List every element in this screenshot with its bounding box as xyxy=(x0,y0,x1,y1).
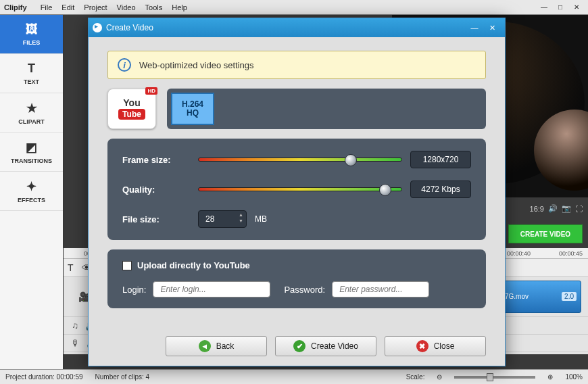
mic-icon: 🎙 xyxy=(71,338,80,348)
sidebar-item-text[interactable]: T TEXT xyxy=(0,54,63,93)
dialog-button-row: ◄ Back ✔ Create Video ✖ Close xyxy=(107,336,486,356)
app-title: Clipify xyxy=(4,3,27,11)
sidebar-label-effects: EFFECTS xyxy=(18,197,45,203)
upload-panel: Upload directly to YouTube Login: Passwo… xyxy=(107,249,486,308)
file-size-spinner[interactable]: 28 ▲▼ xyxy=(198,210,247,228)
menu-project[interactable]: Project xyxy=(84,3,107,11)
zoom-slider[interactable] xyxy=(454,376,535,379)
codec-selector: H.264 HQ xyxy=(167,89,486,129)
back-icon: ◄ xyxy=(199,340,211,352)
sidebar-item-clipart[interactable]: ★ CLIPART xyxy=(0,93,63,133)
music-icon: ♫ xyxy=(72,320,78,331)
ruler-time-r1: 00:00:40 xyxy=(507,250,531,257)
preview-controls: 16:9 🔊 📷 ⛶ xyxy=(530,204,583,213)
sidebar-label-clipart: CLIPART xyxy=(18,118,44,125)
spinner-arrows[interactable]: ▲▼ xyxy=(239,212,243,223)
effects-icon: ✦ xyxy=(26,179,36,194)
menu-file[interactable]: File xyxy=(41,3,53,11)
youtube-tube: Tube xyxy=(118,109,145,120)
timeline-clip[interactable]: 7G.mov 2.0 xyxy=(500,281,581,313)
info-icon: i xyxy=(118,58,131,72)
main-close-button[interactable]: ✕ xyxy=(569,2,584,13)
spinner-up-icon: ▲ xyxy=(239,212,243,217)
quality-row: Quality: 4272 Kbps xyxy=(122,181,471,198)
sidebar-item-effects[interactable]: ✦ EFFECTS xyxy=(0,172,63,211)
quality-label: Quality: xyxy=(122,185,190,195)
frame-size-label: Frame size: xyxy=(122,155,190,165)
sidebar: 🖼 FILES T TEXT ★ CLIPART ◩ TRANSITIONS ✦… xyxy=(0,15,64,369)
file-size-value: 28 xyxy=(205,214,214,224)
sidebar-label-transitions: TRANSITIONS xyxy=(11,158,52,164)
banner-text: Web-optimized video settings xyxy=(139,60,254,70)
text-tool-icon[interactable]: T xyxy=(68,262,74,273)
credentials-row: Login: Password: xyxy=(122,281,471,297)
aspect-label: 16:9 xyxy=(530,205,544,213)
check-icon: ✔ xyxy=(293,340,305,352)
clipart-icon: ★ xyxy=(26,101,37,116)
youtube-you: You xyxy=(123,98,140,107)
dialog-minimize-button[interactable]: — xyxy=(466,22,483,34)
frame-size-value: 1280x720 xyxy=(410,151,471,168)
sidebar-label-files: FILES xyxy=(23,39,41,46)
clip-name: 7G.mov xyxy=(505,293,529,300)
menu-edit[interactable]: Edit xyxy=(62,3,74,11)
codec-h264-hq[interactable]: H.264 HQ xyxy=(171,93,214,125)
dialog-close-x-button[interactable]: ✕ xyxy=(483,22,501,34)
menu-video[interactable]: Video xyxy=(117,3,136,11)
info-banner: i Web-optimized video settings xyxy=(107,51,486,79)
menubar: Clipify File Edit Project Video Tools He… xyxy=(0,0,588,15)
status-duration: Project duration: 00:00:59 xyxy=(5,373,83,381)
zoom-out-icon[interactable]: ⊖ xyxy=(437,373,442,381)
frame-size-row: Frame size: 1280x720 xyxy=(122,151,471,168)
hd-badge: HD xyxy=(145,87,157,95)
file-size-row: File size: 28 ▲▼ MB xyxy=(122,210,471,228)
files-icon: 🖼 xyxy=(26,22,38,37)
create-video-button[interactable]: ✔ Create Video xyxy=(275,336,376,356)
dialog-title: Create Video xyxy=(106,23,153,32)
quality-value: 4272 Kbps xyxy=(410,181,471,198)
mb-unit: MB xyxy=(255,214,267,224)
quality-slider[interactable] xyxy=(198,187,402,191)
main-maximize-button[interactable]: □ xyxy=(553,2,568,13)
youtube-logo: HD You Tube xyxy=(107,89,156,129)
status-bar: Project duration: 00:00:59 Number of cli… xyxy=(0,369,588,384)
frame-size-knob[interactable] xyxy=(345,154,357,166)
status-clips: Number of clips: 4 xyxy=(95,373,150,381)
scale-label: Scale: xyxy=(406,373,425,381)
sidebar-item-files[interactable]: 🖼 FILES xyxy=(0,15,63,54)
create-video-main-button[interactable]: CREATE VIDEO xyxy=(508,224,583,243)
sidebar-label-text: TEXT xyxy=(24,78,39,85)
upload-checkbox-row: Upload directly to YouTube xyxy=(122,260,471,270)
snapshot-icon[interactable]: 📷 xyxy=(562,204,571,213)
password-label: Password: xyxy=(284,285,325,295)
dialog-icon xyxy=(93,23,102,32)
quality-knob[interactable] xyxy=(379,184,391,196)
password-input[interactable] xyxy=(332,281,429,297)
clip-duration: 2.0 xyxy=(562,292,577,301)
close-button[interactable]: ✖ Close xyxy=(385,336,486,356)
zoom-knob[interactable] xyxy=(487,373,493,381)
settings-panel: Frame size: 1280x720 Quality: 4272 Kbps … xyxy=(107,139,486,240)
spinner-down-icon: ▼ xyxy=(239,218,243,223)
transitions-icon: ◩ xyxy=(26,140,37,155)
upload-checkbox[interactable] xyxy=(122,261,132,270)
ruler-time-r2: 00:00:45 xyxy=(559,250,583,257)
create-video-dialog: Create Video — ✕ i Web-optimized video s… xyxy=(88,18,506,366)
fullscreen-icon[interactable]: ⛶ xyxy=(575,205,583,213)
dialog-body: i Web-optimized video settings HD You Tu… xyxy=(89,37,505,366)
upload-checkbox-label: Upload directly to YouTube xyxy=(137,260,250,270)
zoom-in-icon[interactable]: ⊕ xyxy=(547,373,553,381)
login-input[interactable] xyxy=(153,281,270,297)
scale-value: 100% xyxy=(565,373,583,381)
back-button[interactable]: ◄ Back xyxy=(166,336,267,356)
dialog-titlebar: Create Video — ✕ xyxy=(89,18,505,37)
frame-size-slider[interactable] xyxy=(198,158,402,162)
menu-help[interactable]: Help xyxy=(172,3,187,11)
text-icon: T xyxy=(28,62,35,76)
menu-tools[interactable]: Tools xyxy=(145,3,163,11)
login-label: Login: xyxy=(122,285,146,295)
format-row: HD You Tube H.264 HQ xyxy=(107,89,486,129)
main-minimize-button[interactable]: — xyxy=(537,2,552,13)
sidebar-item-transitions[interactable]: ◩ TRANSITIONS xyxy=(0,133,63,172)
volume-icon[interactable]: 🔊 xyxy=(548,204,558,213)
